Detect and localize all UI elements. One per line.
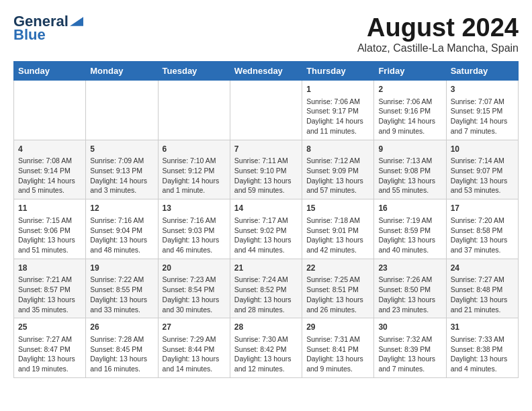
calendar-cell: 16Sunrise: 7:19 AM Sunset: 8:59 PM Dayli…	[374, 199, 446, 259]
day-number: 12	[90, 203, 153, 214]
page-container: General Blue August 2024 Alatoz, Castill…	[13, 13, 519, 378]
calendar-cell: 12Sunrise: 7:16 AM Sunset: 9:04 PM Dayli…	[86, 199, 158, 259]
cell-content: Sunrise: 7:22 AM Sunset: 8:55 PM Dayligh…	[90, 275, 153, 314]
day-number: 17	[451, 203, 514, 214]
header-row: SundayMondayTuesdayWednesdayThursdayFrid…	[14, 62, 519, 81]
calendar-cell	[230, 81, 302, 140]
calendar-cell: 4Sunrise: 7:08 AM Sunset: 9:14 PM Daylig…	[14, 140, 86, 199]
day-number: 4	[18, 144, 81, 155]
day-header-thursday: Thursday	[302, 62, 374, 81]
calendar-cell	[14, 81, 86, 140]
calendar-cell: 10Sunrise: 7:14 AM Sunset: 9:07 PM Dayli…	[446, 140, 518, 199]
day-number: 27	[163, 322, 226, 333]
day-number: 3	[451, 84, 514, 95]
day-number: 25	[18, 322, 81, 333]
calendar-cell: 2Sunrise: 7:06 AM Sunset: 9:16 PM Daylig…	[374, 81, 446, 140]
cell-content: Sunrise: 7:31 AM Sunset: 8:41 PM Dayligh…	[306, 334, 369, 374]
calendar-cell: 22Sunrise: 7:25 AM Sunset: 8:51 PM Dayli…	[302, 259, 374, 318]
logo-blue: Blue	[13, 27, 46, 43]
calendar-cell: 21Sunrise: 7:24 AM Sunset: 8:52 PM Dayli…	[230, 259, 302, 318]
calendar-cell: 14Sunrise: 7:17 AM Sunset: 9:02 PM Dayli…	[230, 199, 302, 259]
day-number: 15	[306, 203, 369, 214]
day-number: 7	[234, 144, 298, 155]
calendar-cell: 8Sunrise: 7:12 AM Sunset: 9:09 PM Daylig…	[302, 140, 374, 199]
calendar-cell: 9Sunrise: 7:13 AM Sunset: 9:08 PM Daylig…	[374, 140, 446, 199]
calendar-cell: 5Sunrise: 7:09 AM Sunset: 9:13 PM Daylig…	[86, 140, 158, 199]
cell-content: Sunrise: 7:10 AM Sunset: 9:12 PM Dayligh…	[163, 156, 226, 195]
calendar-cell: 25Sunrise: 7:27 AM Sunset: 8:47 PM Dayli…	[14, 318, 86, 378]
cell-content: Sunrise: 7:11 AM Sunset: 9:10 PM Dayligh…	[234, 156, 298, 195]
calendar-cell: 24Sunrise: 7:27 AM Sunset: 8:48 PM Dayli…	[446, 259, 518, 318]
day-number: 14	[234, 203, 298, 214]
calendar-cell	[86, 81, 158, 140]
cell-content: Sunrise: 7:33 AM Sunset: 8:38 PM Dayligh…	[451, 334, 514, 374]
calendar-cell: 30Sunrise: 7:32 AM Sunset: 8:39 PM Dayli…	[374, 318, 446, 378]
day-number: 13	[163, 203, 226, 214]
cell-content: Sunrise: 7:20 AM Sunset: 8:58 PM Dayligh…	[451, 216, 514, 255]
cell-content: Sunrise: 7:16 AM Sunset: 9:04 PM Dayligh…	[90, 216, 153, 255]
cell-content: Sunrise: 7:15 AM Sunset: 9:06 PM Dayligh…	[18, 216, 81, 255]
week-row-1: 1Sunrise: 7:06 AM Sunset: 9:17 PM Daylig…	[14, 81, 519, 140]
cell-content: Sunrise: 7:27 AM Sunset: 8:48 PM Dayligh…	[451, 275, 514, 314]
day-number: 20	[163, 263, 226, 274]
calendar-cell: 1Sunrise: 7:06 AM Sunset: 9:17 PM Daylig…	[302, 81, 374, 140]
day-number: 23	[378, 263, 441, 274]
day-number: 19	[90, 263, 153, 274]
main-title: August 2024	[357, 13, 519, 42]
cell-content: Sunrise: 7:28 AM Sunset: 8:45 PM Dayligh…	[90, 334, 153, 374]
cell-content: Sunrise: 7:16 AM Sunset: 9:03 PM Dayligh…	[163, 216, 226, 255]
calendar-cell: 31Sunrise: 7:33 AM Sunset: 8:38 PM Dayli…	[446, 318, 518, 378]
cell-content: Sunrise: 7:19 AM Sunset: 8:59 PM Dayligh…	[378, 216, 441, 255]
day-number: 6	[163, 144, 226, 155]
day-number: 31	[451, 322, 514, 333]
day-number: 21	[234, 263, 298, 274]
cell-content: Sunrise: 7:29 AM Sunset: 8:44 PM Dayligh…	[163, 334, 226, 374]
cell-content: Sunrise: 7:06 AM Sunset: 9:16 PM Dayligh…	[378, 97, 441, 136]
calendar-cell: 18Sunrise: 7:21 AM Sunset: 8:57 PM Dayli…	[14, 259, 86, 318]
week-row-2: 4Sunrise: 7:08 AM Sunset: 9:14 PM Daylig…	[14, 140, 519, 199]
week-row-3: 11Sunrise: 7:15 AM Sunset: 9:06 PM Dayli…	[14, 199, 519, 259]
week-row-4: 18Sunrise: 7:21 AM Sunset: 8:57 PM Dayli…	[14, 259, 519, 318]
calendar-cell: 23Sunrise: 7:26 AM Sunset: 8:50 PM Dayli…	[374, 259, 446, 318]
day-number: 28	[234, 322, 298, 333]
cell-content: Sunrise: 7:07 AM Sunset: 9:15 PM Dayligh…	[451, 97, 514, 136]
day-number: 22	[306, 263, 369, 274]
calendar-cell: 26Sunrise: 7:28 AM Sunset: 8:45 PM Dayli…	[86, 318, 158, 378]
day-number: 10	[451, 144, 514, 155]
cell-content: Sunrise: 7:26 AM Sunset: 8:50 PM Dayligh…	[378, 275, 441, 314]
calendar-cell: 27Sunrise: 7:29 AM Sunset: 8:44 PM Dayli…	[158, 318, 230, 378]
day-number: 26	[90, 322, 153, 333]
calendar-cell: 29Sunrise: 7:31 AM Sunset: 8:41 PM Dayli…	[302, 318, 374, 378]
cell-content: Sunrise: 7:21 AM Sunset: 8:57 PM Dayligh…	[18, 275, 81, 314]
day-number: 24	[451, 263, 514, 274]
calendar-cell: 3Sunrise: 7:07 AM Sunset: 9:15 PM Daylig…	[446, 81, 518, 140]
day-number: 16	[378, 203, 441, 214]
calendar-cell: 20Sunrise: 7:23 AM Sunset: 8:54 PM Dayli…	[158, 259, 230, 318]
calendar-cell: 28Sunrise: 7:30 AM Sunset: 8:42 PM Dayli…	[230, 318, 302, 378]
day-header-saturday: Saturday	[446, 62, 518, 81]
calendar-cell: 6Sunrise: 7:10 AM Sunset: 9:12 PM Daylig…	[158, 140, 230, 199]
day-header-monday: Monday	[86, 62, 158, 81]
day-number: 30	[378, 322, 441, 333]
logo-icon	[70, 17, 83, 26]
cell-content: Sunrise: 7:08 AM Sunset: 9:14 PM Dayligh…	[18, 156, 81, 195]
cell-content: Sunrise: 7:32 AM Sunset: 8:39 PM Dayligh…	[378, 334, 441, 374]
cell-content: Sunrise: 7:25 AM Sunset: 8:51 PM Dayligh…	[306, 275, 369, 314]
day-number: 1	[306, 84, 369, 95]
cell-content: Sunrise: 7:17 AM Sunset: 9:02 PM Dayligh…	[234, 216, 298, 255]
cell-content: Sunrise: 7:30 AM Sunset: 8:42 PM Dayligh…	[234, 334, 298, 374]
calendar-cell: 13Sunrise: 7:16 AM Sunset: 9:03 PM Dayli…	[158, 199, 230, 259]
subtitle: Alatoz, Castille-La Mancha, Spain	[357, 42, 519, 54]
calendar-cell: 7Sunrise: 7:11 AM Sunset: 9:10 PM Daylig…	[230, 140, 302, 199]
day-header-tuesday: Tuesday	[158, 62, 230, 81]
day-number: 8	[306, 144, 369, 155]
logo: General Blue	[13, 13, 83, 43]
cell-content: Sunrise: 7:13 AM Sunset: 9:08 PM Dayligh…	[378, 156, 441, 195]
cell-content: Sunrise: 7:12 AM Sunset: 9:09 PM Dayligh…	[306, 156, 369, 195]
header: General Blue August 2024 Alatoz, Castill…	[13, 13, 519, 54]
cell-content: Sunrise: 7:09 AM Sunset: 9:13 PM Dayligh…	[90, 156, 153, 195]
day-number: 11	[18, 203, 81, 214]
calendar-cell: 11Sunrise: 7:15 AM Sunset: 9:06 PM Dayli…	[14, 199, 86, 259]
day-number: 2	[378, 84, 441, 95]
day-number: 18	[18, 263, 81, 274]
